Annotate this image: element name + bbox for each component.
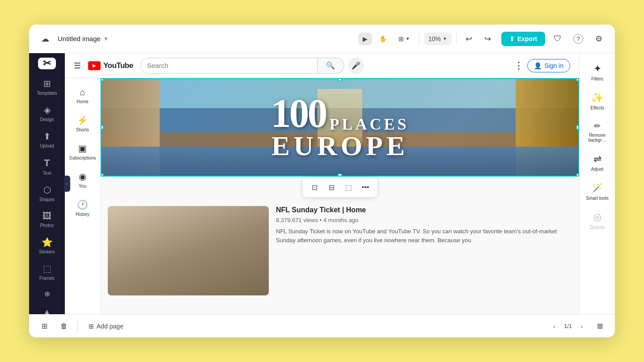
yt-nav-you-label: You xyxy=(79,184,86,189)
help-button[interactable]: ? xyxy=(570,31,586,47)
export-button[interactable]: ⬆ Export xyxy=(501,32,545,46)
crop-button[interactable]: ⊡ xyxy=(306,179,322,195)
sidebar-collapse-tab[interactable]: › xyxy=(64,176,70,192)
rp-effects[interactable]: ✨ Effects xyxy=(581,88,614,115)
collapse-icon: › xyxy=(66,181,68,186)
handle-mid-left[interactable] xyxy=(101,125,104,130)
sidebar-item-templates[interactable]: ⊞ Templates xyxy=(32,75,62,99)
more-tools-button[interactable]: ••• xyxy=(357,179,373,195)
video-meta: 8,379,671 views • 4 months ago xyxy=(276,217,572,223)
sidebar-item-photos[interactable]: 🖼 Photos xyxy=(32,207,62,232)
sidebar-more: ⊕ ▲ xyxy=(32,286,62,314)
image-toolbar: ⊡ ⊟ ⬚ ••• xyxy=(303,177,377,197)
banner-europe: EUROPE xyxy=(271,130,408,162)
youtube-logo: YouTube xyxy=(88,61,133,70)
handle-bot-mid[interactable] xyxy=(338,173,342,177)
youtube-logo-icon xyxy=(88,61,101,70)
yt-nav-subscriptions[interactable]: ▣ Subscriptions xyxy=(67,139,99,164)
handle-bot-left[interactable] xyxy=(101,173,104,177)
shorts-icon: ⚡ xyxy=(77,115,88,126)
shield-icon: 🛡 xyxy=(554,34,562,43)
rp-smart-tools-label: Smart tools xyxy=(586,196,609,201)
handle-top-right[interactable] xyxy=(576,78,579,81)
sidebar-item-stickers[interactable]: ⭐ Stickers xyxy=(32,233,62,258)
export-label: Export xyxy=(517,35,537,42)
sidebar-item-more[interactable]: ⊕ xyxy=(32,286,62,302)
yt-hamburger-icon[interactable]: ☰ xyxy=(74,61,81,71)
sidebar-item-text[interactable]: T Text xyxy=(32,154,62,179)
person-icon: 👤 xyxy=(534,62,542,69)
page-menu-button[interactable]: ⊞ xyxy=(36,318,52,334)
flip-button[interactable]: ⊟ xyxy=(323,179,339,195)
yt-nav-home[interactable]: ⌂ Home xyxy=(67,84,99,108)
photos-icon: 🖼 xyxy=(42,211,51,221)
handle-mid-right[interactable] xyxy=(576,125,579,130)
banner-number: 100 xyxy=(271,93,326,134)
history-icon: 🕐 xyxy=(77,199,88,210)
sidebar-item-label-shapes: Shapes xyxy=(39,197,55,202)
yt-nav-you[interactable]: ◉ You xyxy=(67,168,99,192)
youtube-search-input[interactable] xyxy=(140,58,318,74)
settings-button[interactable]: ⚙ xyxy=(591,31,607,47)
signin-label: Sign in xyxy=(544,62,564,69)
add-page-button[interactable]: ⊞ Add page xyxy=(83,320,129,333)
banner-text-overlay: 100 PLACES EUROPE xyxy=(102,79,578,176)
yt-nav-history[interactable]: 🕐 History xyxy=(67,196,99,220)
handle-bot-right[interactable] xyxy=(576,173,579,177)
settings-icon: ⚙ xyxy=(595,34,602,44)
redo-button[interactable]: ↪ xyxy=(480,31,496,47)
youtube-header: ☰ YouTube 🔍 🎤 xyxy=(65,53,579,78)
cursor-icon: ▶ xyxy=(363,35,368,42)
present-button[interactable]: ⊠ xyxy=(592,318,608,334)
yt-options-icon[interactable]: ⋮ xyxy=(514,60,524,72)
smart-tools-icon: 🪄 xyxy=(591,182,603,194)
document-title: Untitled image xyxy=(58,35,101,42)
zoom-control[interactable]: 10% ▼ xyxy=(424,33,452,45)
rp-smart-tools[interactable]: 🪄 Smart tools xyxy=(581,178,614,205)
rp-remove-bg[interactable]: ✏ Remove backgr… xyxy=(581,117,614,147)
next-page-button[interactable]: › xyxy=(576,320,588,333)
time-ago: 4 months ago xyxy=(323,217,359,223)
sidebar-item-design[interactable]: ◈ Design xyxy=(32,101,62,126)
rp-opacity[interactable]: ◎ Opacity xyxy=(581,207,614,234)
frame-button[interactable]: ⬚ xyxy=(340,179,356,195)
yt-nav-shorts[interactable]: ⚡ Shorts xyxy=(67,111,99,136)
sidebar-item-upload[interactable]: ⬆ Upload xyxy=(32,127,62,152)
page-menu-icon: ⊞ xyxy=(42,322,47,330)
frame-icon: ⬚ xyxy=(345,183,352,192)
export-icon: ⬆ xyxy=(509,35,515,42)
toolbar-divider-2 xyxy=(456,33,457,45)
yt-nav-shorts-label: Shorts xyxy=(76,127,89,132)
help-icon: ? xyxy=(573,34,583,44)
youtube-mic-button[interactable]: 🎤 xyxy=(348,58,364,74)
sidebar-item-frames[interactable]: ⬚ Frames xyxy=(32,260,62,284)
youtube-banner[interactable]: 100 PLACES EUROPE xyxy=(101,78,579,177)
youtube-search-button[interactable]: 🔍 xyxy=(318,58,344,74)
upload-icon: ⬆ xyxy=(43,131,51,142)
undo-button[interactable]: ↩ xyxy=(461,31,477,47)
view-count: 8,379,671 views xyxy=(276,217,318,223)
hand-tool-button[interactable]: ✋ xyxy=(375,33,391,45)
handle-top-mid[interactable] xyxy=(338,78,342,81)
layout-tool-button[interactable]: ⊞ ▼ xyxy=(394,33,415,45)
sidebar-item-expand[interactable]: ▲ xyxy=(32,303,62,314)
hand-icon: ✋ xyxy=(379,35,387,42)
rp-filters[interactable]: ✦ Filters xyxy=(581,59,614,86)
canvas-area: ☰ YouTube 🔍 🎤 xyxy=(65,53,579,314)
sidebar-item-shapes[interactable]: ⬡ Shapes xyxy=(32,181,62,206)
youtube-body: ⌂ Home ⚡ Shorts ▣ Subscriptions ◉ xyxy=(65,78,579,314)
chevron-down-icon: ▼ xyxy=(103,36,109,42)
yt-nav-history-label: History xyxy=(76,212,89,217)
cursor-tool-button[interactable]: ▶ xyxy=(358,33,372,45)
prev-page-button[interactable]: ‹ xyxy=(548,320,560,333)
shield-button[interactable]: 🛡 xyxy=(550,31,566,47)
remove-bg-icon: ✏ xyxy=(594,121,601,131)
top-bar-center: ▶ ✋ ⊞ ▼ 10% ▼ ↩ ↪ xyxy=(358,31,496,47)
cloud-save-button[interactable]: ☁ xyxy=(37,31,53,47)
video-thumbnail[interactable] xyxy=(108,206,269,295)
youtube-header-right: ⋮ 👤 Sign in xyxy=(514,59,570,72)
rp-adjust[interactable]: ⇌ Adjust xyxy=(581,149,614,176)
handle-top-left[interactable] xyxy=(101,78,104,81)
delete-page-button[interactable]: 🗑 xyxy=(56,318,72,334)
youtube-signin-button[interactable]: 👤 Sign in xyxy=(527,59,570,72)
